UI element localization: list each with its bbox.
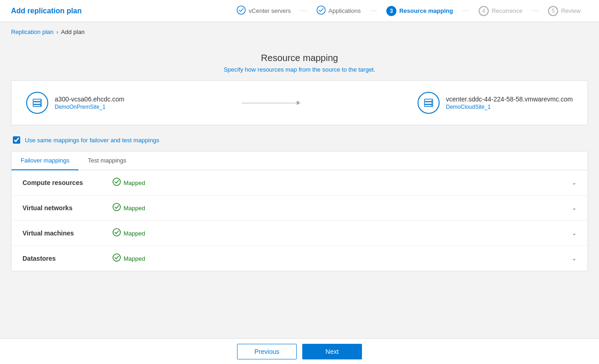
subtitle-link: target xyxy=(358,66,373,73)
networks-expand-icon[interactable]: ⌄ xyxy=(572,205,576,211)
source-label: DemoOnPremSite_1 xyxy=(55,104,124,110)
resource-mapping-subtitle: Specify how resources map from the sourc… xyxy=(11,66,588,73)
mapped-check-compute xyxy=(113,178,121,188)
virtual-networks-status: Mapped xyxy=(113,203,145,213)
target-details: vcenter.sddc-44-224-58-58.vmwarevmc.com … xyxy=(446,95,573,110)
mapped-check-vms xyxy=(113,228,121,238)
target-name: vcenter.sddc-44-224-58-58.vmwarevmc.com xyxy=(446,95,573,103)
target-site: vcenter.sddc-44-224-58-58.vmwarevmc.com … xyxy=(418,92,573,114)
breadcrumb: Replication plan › Add plan xyxy=(0,22,599,42)
app-header: Add replication plan vCenter servers App… xyxy=(0,0,599,22)
arrow-body xyxy=(242,103,297,103)
step-applications[interactable]: Applications xyxy=(309,6,368,17)
arrow-connector xyxy=(124,101,418,105)
page-title-section: Resource mapping Specify how resources m… xyxy=(11,42,588,80)
source-target-card: a300-vcsa06.ehcdc.com DemoOnPremSite_1 xyxy=(11,80,588,125)
wizard-steps: vCenter servers Applications 3 Resource … xyxy=(229,6,588,17)
step-num-4: 4 xyxy=(479,6,489,16)
step-vcenter[interactable]: vCenter servers xyxy=(229,6,298,17)
tabs-header: Failover mappings Test mappings xyxy=(11,151,588,170)
step-review[interactable]: 5 Review xyxy=(541,6,588,16)
compute-expand-icon[interactable]: ⌄ xyxy=(572,179,576,186)
step-review-label: Review xyxy=(561,7,581,14)
svg-point-12 xyxy=(431,103,432,104)
datastores-status-text: Mapped xyxy=(124,255,145,262)
breadcrumb-separator: › xyxy=(57,28,58,35)
step-sep-2 xyxy=(370,11,377,11)
arrow-head xyxy=(297,101,300,105)
next-button[interactable]: Next xyxy=(302,344,362,359)
svg-point-0 xyxy=(237,6,245,14)
server-icon xyxy=(32,97,43,108)
datastores-label: Datastores xyxy=(23,255,105,262)
tab-failover-mappings[interactable]: Failover mappings xyxy=(11,151,79,170)
step-resource-mapping-label: Resource mapping xyxy=(399,7,453,14)
networks-status-text: Mapped xyxy=(124,205,145,212)
step-sep-3 xyxy=(462,11,469,11)
step-completed-icon-2 xyxy=(316,6,326,17)
datastores-status: Mapped xyxy=(113,253,145,263)
virtual-networks-section: Virtual networks Mapped ⌄ xyxy=(11,196,588,221)
breadcrumb-current: Add plan xyxy=(61,28,85,35)
datastores-expand-icon[interactable]: ⌄ xyxy=(572,255,576,262)
tabs-container: Failover mappings Test mappings Compute … xyxy=(11,151,588,271)
step-recurrence[interactable]: 4 Recurrence xyxy=(471,6,530,16)
svg-point-7 xyxy=(40,105,41,106)
mapped-check-datastores xyxy=(113,253,121,263)
step-sep-4 xyxy=(531,11,539,11)
target-icon xyxy=(418,92,440,114)
virtual-machines-label: Virtual machines xyxy=(23,230,105,237)
step-num-5: 5 xyxy=(548,6,558,16)
source-site: a300-vcsa06.ehcdc.com DemoOnPremSite_1 xyxy=(26,92,124,114)
subtitle-end: . xyxy=(373,66,375,73)
step-vcenter-label: vCenter servers xyxy=(249,7,291,14)
step-sep-1 xyxy=(300,11,307,11)
page-title: Add replication plan xyxy=(11,7,82,15)
same-mappings-row[interactable]: Use same mappings for failover and test … xyxy=(11,136,588,144)
svg-point-16 xyxy=(113,229,120,236)
source-details: a300-vcsa06.ehcdc.com DemoOnPremSite_1 xyxy=(55,95,124,110)
breadcrumb-link[interactable]: Replication plan xyxy=(11,28,54,35)
same-mappings-checkbox[interactable] xyxy=(13,136,20,144)
compute-resources-status: Mapped xyxy=(113,178,145,188)
svg-point-17 xyxy=(113,254,120,261)
previous-button[interactable]: Previous xyxy=(237,344,297,359)
footer: Previous Next xyxy=(0,338,599,364)
vms-expand-icon[interactable]: ⌄ xyxy=(572,230,576,236)
svg-point-1 xyxy=(317,6,325,14)
svg-point-6 xyxy=(40,103,41,104)
svg-point-13 xyxy=(431,105,432,106)
step-applications-label: Applications xyxy=(328,7,361,14)
virtual-machines-status: Mapped xyxy=(113,228,145,238)
svg-point-15 xyxy=(113,203,120,211)
step-recurrence-label: Recurrence xyxy=(492,7,522,14)
server-icon-2 xyxy=(423,97,434,108)
mapped-check-networks xyxy=(113,203,121,213)
source-name: a300-vcsa06.ehcdc.com xyxy=(55,95,124,103)
compute-resources-section: Compute resources Mapped ⌄ xyxy=(11,170,588,196)
svg-point-5 xyxy=(40,100,41,101)
datastores-section: Datastores Mapped ⌄ xyxy=(11,246,588,271)
source-icon xyxy=(26,92,48,114)
subtitle-start: Specify how resources map from the sourc… xyxy=(224,66,358,73)
svg-point-11 xyxy=(431,100,432,101)
svg-point-14 xyxy=(113,178,120,185)
step-resource-mapping[interactable]: 3 Resource mapping xyxy=(379,6,460,16)
virtual-machines-section: Virtual machines Mapped ⌄ xyxy=(11,221,588,246)
tab-test-mappings[interactable]: Test mappings xyxy=(79,151,136,170)
main-content: Resource mapping Specify how resources m… xyxy=(0,42,599,282)
compute-status-text: Mapped xyxy=(124,179,145,186)
target-label: DemoCloudSite_1 xyxy=(446,104,573,110)
compute-resources-label: Compute resources xyxy=(23,179,105,186)
virtual-networks-label: Virtual networks xyxy=(23,204,105,212)
resource-mapping-title: Resource mapping xyxy=(11,53,588,63)
step-num-3: 3 xyxy=(386,6,396,16)
vms-status-text: Mapped xyxy=(124,230,145,237)
step-completed-icon xyxy=(237,6,246,17)
same-mappings-label[interactable]: Use same mappings for failover and test … xyxy=(25,137,159,144)
